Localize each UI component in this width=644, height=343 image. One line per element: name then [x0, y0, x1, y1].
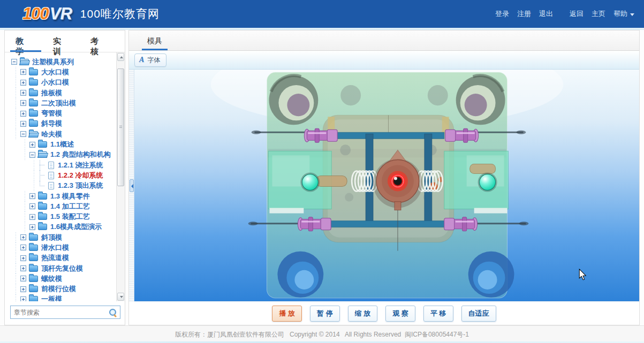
tree-item-label[interactable]: 注塑模具系列 — [31, 57, 74, 67]
pause-button[interactable]: 暂 停 — [310, 306, 340, 322]
sidebar-tab-teaching[interactable]: 教 学 — [12, 31, 42, 52]
site-logo[interactable]: 100VR — [22, 4, 72, 24]
font-button[interactable]: A 字体 — [134, 54, 166, 67]
nav-link-register[interactable]: 注册 — [517, 9, 531, 19]
tree-item-label[interactable]: 1.5 装配工艺 — [49, 212, 90, 222]
expand-icon[interactable] — [20, 69, 26, 75]
tree-item-label[interactable]: 斜顶模 — [40, 233, 62, 242]
observe-button[interactable]: 观 察 — [385, 306, 415, 322]
tree-item-label[interactable]: 哈夫模 — [40, 129, 62, 139]
play-button[interactable]: 播 放 — [272, 306, 302, 322]
tree-item-label[interactable]: 潜水口模 — [40, 243, 69, 253]
tree-item[interactable]: 二次顶出模 — [10, 98, 116, 108]
search-input[interactable] — [11, 309, 108, 316]
tree-item-label[interactable]: 前模行位模 — [40, 284, 76, 294]
tree-scrollbar[interactable] — [116, 52, 125, 301]
tree-item[interactable]: 潜水口模 — [10, 242, 116, 253]
3d-viewport[interactable] — [134, 70, 639, 301]
tree-item[interactable]: 1.3 模具零件 — [10, 191, 116, 201]
nav-link-back[interactable]: 返回 — [570, 9, 584, 19]
sidebar-tab-training[interactable]: 实 训 — [50, 31, 80, 52]
expand-icon[interactable] — [20, 90, 26, 96]
expand-icon[interactable] — [20, 111, 26, 117]
search-icon[interactable] — [108, 308, 118, 317]
tree-item[interactable]: 斜顶模 — [10, 232, 116, 242]
tree-item-label[interactable]: 热流道模 — [40, 253, 69, 263]
tree-item[interactable]: 斜导模 — [10, 119, 116, 129]
collapse-icon[interactable] — [29, 152, 35, 158]
tree-item-label[interactable]: 一板模 — [40, 294, 62, 301]
tree-item[interactable]: 1.2.3 顶出系统 — [10, 181, 116, 191]
tree-item[interactable]: 小水口模 — [10, 78, 116, 88]
expand-icon[interactable] — [20, 286, 26, 292]
tree-item-label[interactable]: 推板模 — [40, 88, 62, 98]
tree-item-label[interactable]: 大水口模 — [40, 67, 69, 77]
expand-icon[interactable] — [20, 296, 26, 301]
tree-item[interactable]: 大水口模 — [10, 67, 116, 77]
collapse-icon[interactable] — [20, 131, 26, 137]
tree-item[interactable]: 注塑模具系列 — [10, 57, 116, 67]
expand-icon[interactable] — [29, 203, 35, 209]
expand-icon[interactable] — [29, 142, 35, 148]
collapse-handle-icon[interactable] — [130, 179, 134, 192]
zoom-button[interactable]: 缩 放 — [348, 306, 378, 322]
expand-icon[interactable] — [29, 193, 35, 199]
nav-link-logout[interactable]: 退出 — [539, 9, 553, 19]
tree-item[interactable]: 前模行位模 — [10, 284, 116, 294]
tree-item[interactable]: 弯管模 — [10, 108, 116, 118]
scroll-down-icon[interactable] — [117, 293, 124, 301]
tree-item[interactable]: 1.4 加工工艺 — [10, 201, 116, 211]
tree-item-label[interactable]: 1.2.2 冷却系统 — [56, 171, 103, 180]
expand-icon[interactable] — [20, 245, 26, 250]
tree-item-label[interactable]: 1.2 典型结构和机构 — [49, 150, 111, 159]
tab-mold[interactable]: 模具 — [142, 31, 168, 50]
tree-item[interactable]: 哈夫模 — [10, 129, 116, 139]
tree-item-label[interactable]: 1.2.1 浇注系统 — [56, 161, 103, 170]
scroll-up-icon[interactable] — [117, 53, 124, 61]
nav-link-login[interactable]: 登录 — [495, 9, 509, 19]
search-box — [10, 306, 120, 319]
tree-item-label[interactable]: 斜导模 — [40, 119, 62, 128]
nav-link-home[interactable]: 主页 — [592, 9, 605, 19]
guide-bushing-top-right — [456, 75, 505, 125]
nav-link-help[interactable]: 帮助 — [613, 9, 634, 19]
expand-icon[interactable] — [20, 255, 26, 261]
pan-button[interactable]: 平 移 — [423, 306, 453, 322]
tree-item[interactable]: 推板模 — [10, 88, 116, 98]
top-header: 100VR 100唯尔教育网 登录注册退出返回主页帮助 — [0, 0, 644, 28]
tree-item[interactable]: 1.2.1 浇注系统 — [10, 160, 116, 170]
tree-item-label[interactable]: 螺纹模 — [40, 274, 62, 284]
tree-item[interactable]: 1.6模具成型演示 — [10, 222, 116, 232]
tree-item[interactable]: 1.2.2 冷却系统 — [10, 170, 116, 180]
tree-item[interactable]: 热流道模 — [10, 253, 116, 263]
expand-icon[interactable] — [20, 100, 26, 106]
sidebar-tab-assessment[interactable]: 考 核 — [87, 31, 117, 52]
scrollbar-thumb[interactable] — [117, 68, 124, 186]
tree-item[interactable]: 1.2 典型结构和机构 — [10, 150, 116, 160]
tree-item[interactable]: 一板模 — [10, 294, 116, 301]
tree-item-label[interactable]: 弯管模 — [40, 109, 62, 118]
tree-item[interactable]: 顶杆先复位模 — [10, 263, 116, 273]
expand-icon[interactable] — [20, 276, 26, 281]
expand-icon[interactable] — [29, 214, 35, 220]
tree-item[interactable]: 螺纹模 — [10, 273, 116, 284]
tree-item-label[interactable]: 1.6模具成型演示 — [49, 222, 102, 232]
expand-icon[interactable] — [20, 265, 26, 271]
tree-item[interactable]: 1.1概述 — [10, 139, 116, 149]
tree-indent — [10, 232, 20, 242]
tree-item-label[interactable]: 1.2.3 顶出系统 — [56, 181, 103, 190]
tree-item-label[interactable]: 1.1概述 — [49, 140, 74, 149]
tree-item-label[interactable]: 二次顶出模 — [40, 98, 76, 108]
autofit-button[interactable]: 自适应 — [461, 306, 496, 322]
expand-icon[interactable] — [20, 234, 26, 240]
tree-item[interactable]: 1.5 装配工艺 — [10, 211, 116, 222]
tree-item-label[interactable]: 1.3 模具零件 — [49, 192, 90, 201]
tree-item-label[interactable]: 小水口模 — [40, 78, 69, 87]
expand-icon[interactable] — [29, 224, 35, 230]
tree-item-label[interactable]: 顶杆先复位模 — [40, 264, 83, 273]
tree-item-label[interactable]: 1.4 加工工艺 — [49, 202, 90, 211]
collapse-icon[interactable] — [11, 59, 17, 65]
expand-icon[interactable] — [20, 80, 26, 86]
expand-icon[interactable] — [20, 121, 26, 127]
panel-splitter[interactable] — [129, 70, 134, 301]
